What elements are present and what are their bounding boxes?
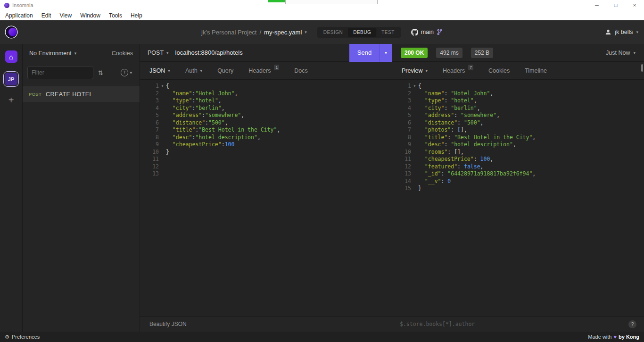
- request-list: POST CREATE HOTEL: [23, 86, 140, 102]
- request-list-item[interactable]: POST CREATE HOTEL: [23, 86, 140, 102]
- line-number: 7: [392, 126, 411, 134]
- response-tabs: Preview ▾ Headers 7 Cookies Timeline: [392, 62, 644, 80]
- top-overlay-tab: [285, 0, 378, 4]
- fold-caret-icon[interactable]: ▾: [411, 83, 418, 90]
- filter-input[interactable]: [27, 66, 93, 79]
- made-with-kong: Made with ♥ by Kong: [588, 334, 639, 340]
- tab-debug[interactable]: DEBUG: [348, 28, 376, 37]
- menu-view[interactable]: View: [55, 10, 76, 20]
- method-selector[interactable]: POST: [148, 50, 164, 56]
- line-number: 13: [140, 170, 159, 178]
- tab-timeline[interactable]: Timeline: [517, 62, 554, 79]
- response-filter-input[interactable]: [400, 321, 624, 327]
- menu-edit[interactable]: Edit: [37, 10, 56, 20]
- line-number: 4: [392, 105, 411, 112]
- line-number: 8: [392, 134, 411, 142]
- tab-body-json[interactable]: JSON ▾: [142, 62, 178, 79]
- response-history-dropdown[interactable]: Just Now ▾: [606, 50, 636, 56]
- preferences-button[interactable]: ⚙ Preferences: [5, 334, 40, 340]
- user-name[interactable]: jk bells: [615, 29, 633, 35]
- insomnia-app: Insomnia ─ □ × Application Edit View Win…: [0, 0, 644, 342]
- line-number: 10: [140, 149, 159, 156]
- cookies-button[interactable]: Cookies: [112, 50, 133, 57]
- line-number: 5: [140, 112, 159, 119]
- menu-window[interactable]: Window: [76, 10, 105, 20]
- line-number: 11: [392, 156, 411, 163]
- sort-icon[interactable]: ⇅: [98, 69, 103, 76]
- fold-spacer: [159, 149, 166, 156]
- menu-tools[interactable]: Tools: [105, 10, 126, 20]
- help-icon[interactable]: ?: [628, 320, 636, 328]
- request-tabs: JSON ▾ Auth ▾ Query Headers 1 Docs: [140, 62, 392, 80]
- tab-label: JSON: [149, 67, 165, 74]
- send-options-button[interactable]: ▾: [380, 44, 392, 62]
- avatar[interactable]: JP: [5, 73, 17, 85]
- chevron-down-icon: ▾: [166, 50, 169, 55]
- request-method-tag: POST: [29, 92, 41, 97]
- fold-spacer: [411, 170, 418, 178]
- tab-label: Auth: [185, 67, 198, 74]
- tab-response-cookies[interactable]: Cookies: [481, 62, 517, 79]
- url-input[interactable]: localhost:8800/api/hotels: [175, 49, 243, 56]
- chevron-down-icon: ▾: [305, 30, 307, 34]
- fold-spacer: [159, 112, 166, 119]
- menu-help[interactable]: Help: [126, 10, 147, 20]
- line-number: 12: [140, 163, 159, 171]
- headers-count-badge: 7: [468, 65, 473, 70]
- minimize-button[interactable]: ─: [587, 0, 606, 10]
- breadcrumb-project[interactable]: jk's Personal Project: [201, 29, 256, 36]
- tab-headers[interactable]: Headers 1: [241, 62, 287, 79]
- code-line: 9 "cheapestPrice":100: [140, 141, 392, 149]
- menu-application[interactable]: Application: [1, 10, 37, 20]
- code-line: 6 "distance": "500",: [392, 119, 644, 127]
- chevron-down-icon: ▾: [200, 68, 203, 73]
- code-text: {: [418, 83, 421, 90]
- code-line: 6 "distance":"500",: [140, 119, 392, 127]
- breadcrumb-file[interactable]: my-spec.yaml: [264, 29, 302, 36]
- code-text: "featured": false,: [418, 163, 484, 171]
- fold-spacer: [411, 105, 418, 112]
- fold-spacer: [159, 170, 166, 178]
- tab-query[interactable]: Query: [210, 62, 241, 79]
- code-line: 13: [140, 170, 392, 178]
- line-number: 2: [140, 90, 159, 98]
- create-request-menu[interactable]: + ▾: [121, 69, 132, 76]
- response-body-viewer[interactable]: 1▾{2 "name": "Hotel John",3 "type": "hot…: [392, 80, 644, 316]
- sidebar: No Environment ▾ Cookies ⇅ + ▾ POST CREA…: [23, 44, 140, 332]
- maximize-button[interactable]: □: [606, 0, 625, 10]
- git-sync-menu[interactable]: main: [411, 29, 443, 36]
- code-text: "name":"Hotel John",: [166, 90, 238, 98]
- line-number: 7: [140, 126, 159, 134]
- tab-auth[interactable]: Auth ▾: [178, 62, 210, 79]
- code-text: "rooms": [],: [418, 149, 464, 156]
- beautify-json-button[interactable]: Beautify JSON: [149, 321, 187, 327]
- breadcrumb-separator: /: [259, 29, 261, 36]
- tab-test[interactable]: TEST: [376, 28, 400, 37]
- account-menu[interactable]: jk bells ▾: [605, 20, 638, 44]
- fold-spacer: [159, 156, 166, 163]
- size-badge: 252 B: [471, 48, 493, 58]
- response-panel: 200 OK 492 ms 252 B Just Now ▾ Preview ▾…: [392, 44, 644, 332]
- line-number: 12: [392, 163, 411, 171]
- request-body-editor[interactable]: 1▾{2 "name":"Hotel John",3 "type":"hotel…: [140, 80, 392, 316]
- code-text: "cheapestPrice":100: [166, 141, 234, 149]
- tab-response-headers[interactable]: Headers 7: [435, 62, 481, 79]
- add-project-button[interactable]: +: [8, 95, 14, 105]
- line-number: 6: [392, 119, 411, 127]
- scrollbar[interactable]: [641, 64, 643, 72]
- code-line: 4 "city": "berlin",: [392, 105, 644, 112]
- url-bar: POST ▾ localhost:8800/api/hotels Send ▾: [140, 44, 392, 62]
- plus-circle-icon: +: [121, 69, 128, 76]
- tab-preview[interactable]: Preview ▾: [394, 62, 435, 79]
- home-button[interactable]: ⌂: [5, 50, 17, 63]
- send-button[interactable]: Send: [349, 44, 380, 62]
- tab-design[interactable]: DESIGN: [318, 28, 348, 37]
- fold-caret-icon[interactable]: ▾: [159, 83, 166, 90]
- fold-spacer: [411, 141, 418, 149]
- line-number: 2: [392, 90, 411, 98]
- tab-docs[interactable]: Docs: [287, 62, 315, 79]
- branch-name[interactable]: main: [421, 29, 434, 35]
- breadcrumb[interactable]: jk's Personal Project / my-spec.yaml ▾: [201, 29, 307, 36]
- environment-selector[interactable]: No Environment ▾: [29, 50, 76, 57]
- close-button[interactable]: ×: [625, 0, 644, 10]
